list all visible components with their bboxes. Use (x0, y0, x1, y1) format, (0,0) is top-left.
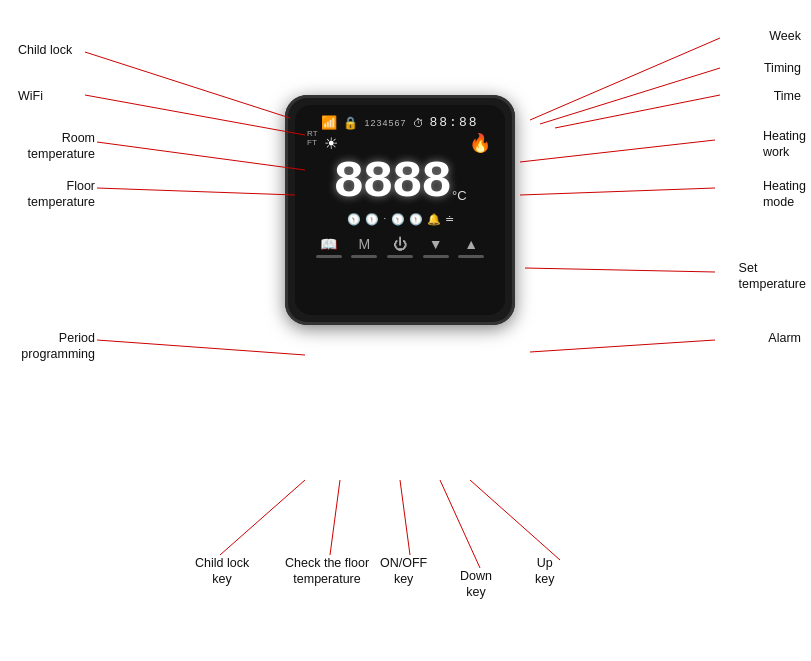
down-key-label: Downkey (460, 568, 492, 601)
up-key-label: Upkey (535, 555, 554, 588)
period-icon-4: 🕦 (409, 213, 423, 226)
svg-line-11 (530, 340, 715, 352)
alarm-icon: 🔔 (427, 213, 441, 226)
rt-ft-label: RTFT (307, 130, 318, 148)
wifi-icon: 📶 (321, 115, 337, 130)
svg-line-6 (540, 68, 720, 124)
clock-icon: ⏱ (413, 117, 424, 129)
wifi-label: WiFi (18, 88, 43, 104)
period-icon-2: 🕦 (365, 213, 379, 226)
week-display: 1234567 (364, 118, 406, 128)
svg-line-2 (97, 142, 305, 170)
time-display: 88:88 (430, 115, 479, 130)
alarm-label: Alarm (768, 330, 801, 346)
up-button[interactable]: ▲ (458, 236, 484, 258)
svg-line-13 (330, 480, 340, 555)
child-lock-key-label: Child lockkey (195, 555, 249, 588)
svg-line-9 (520, 188, 715, 195)
device-screen: 📶 🔒 1234567 ⏱ 88:88 RTFT ☀ 🔥 8888 °C 🕥 🕦 (295, 105, 505, 315)
period-icon-1: 🕥 (347, 213, 361, 226)
period-icon-separator: ⋅ (383, 213, 387, 226)
flame-icon: 🔥 (469, 132, 491, 154)
down-arrow-icon: ▼ (429, 236, 443, 252)
svg-line-4 (97, 340, 305, 355)
period-programming-label: Periodprogramming (5, 330, 95, 363)
heating-work-label: Heatingwork (763, 128, 806, 161)
temperature-display: 8888 °C (307, 157, 493, 209)
child-lock-button[interactable]: 📖 (316, 236, 342, 258)
device-outer: 📶 🔒 1234567 ⏱ 88:88 RTFT ☀ 🔥 8888 °C 🕥 🕦 (285, 95, 515, 325)
down-button[interactable]: ▼ (423, 236, 449, 258)
child-lock-label: Child lock (18, 42, 72, 58)
set-temperature-label: Settemperature (739, 260, 806, 293)
button-indicator (387, 255, 413, 258)
svg-line-0 (85, 52, 290, 118)
up-arrow-icon: ▲ (464, 236, 478, 252)
temperature-digits: 8888 (333, 157, 450, 209)
button-indicator (316, 255, 342, 258)
power-icon: ⏻ (393, 236, 407, 252)
alarm-icon-small: ≐ (445, 213, 454, 226)
period-programming-row: 🕥 🕦 ⋅ 🕥 🕦 🔔 ≐ (307, 213, 493, 226)
button-indicator (351, 255, 377, 258)
svg-line-8 (520, 140, 715, 162)
svg-line-1 (85, 95, 305, 135)
book-icon: 📖 (320, 236, 337, 252)
week-label: Week (769, 28, 801, 44)
heating-mode-label: Heatingmode (763, 178, 806, 211)
m-icon: M (359, 236, 371, 252)
onoff-button[interactable]: ⏻ (387, 236, 413, 258)
celsius-unit: °C (452, 188, 467, 203)
mode-button[interactable]: M (351, 236, 377, 258)
sun-icon: ☀ (324, 134, 338, 153)
onoff-key-label: ON/OFFkey (380, 555, 427, 588)
svg-line-14 (400, 480, 410, 555)
lock-icon: 🔒 (343, 116, 358, 130)
period-icon-3: 🕥 (391, 213, 405, 226)
status-bar: 📶 🔒 1234567 ⏱ 88:88 (307, 115, 493, 130)
time-label: Time (774, 88, 801, 104)
timing-label: Timing (764, 60, 801, 76)
buttons-row: 📖 M ⏻ ▼ ▲ (307, 236, 493, 258)
check-floor-label: Check the floortemperature (285, 555, 369, 588)
middle-row: RTFT ☀ 🔥 (307, 134, 493, 153)
floor-temperature-label: Floortemperature (5, 178, 95, 211)
svg-line-15 (440, 480, 480, 568)
button-indicator (423, 255, 449, 258)
svg-line-7 (555, 95, 720, 128)
thermostat-device: 📶 🔒 1234567 ⏱ 88:88 RTFT ☀ 🔥 8888 °C 🕥 🕦 (285, 95, 515, 325)
svg-line-12 (220, 480, 305, 555)
svg-line-5 (530, 38, 720, 120)
room-temperature-label: Roomtemperature (5, 130, 95, 163)
svg-line-3 (97, 188, 295, 195)
svg-line-10 (525, 268, 715, 272)
button-indicator (458, 255, 484, 258)
svg-line-16 (470, 480, 560, 560)
